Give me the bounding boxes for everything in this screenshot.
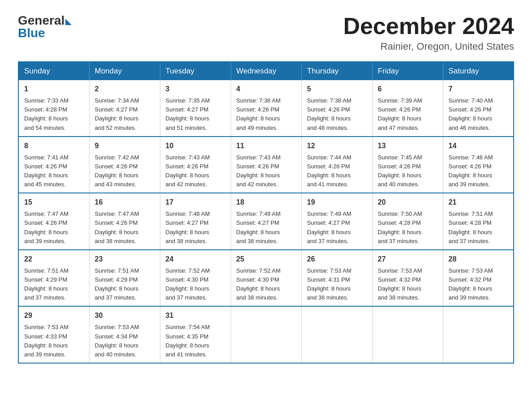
day-info: Sunrise: 7:53 AMSunset: 4:32 PMDaylight:… (378, 266, 438, 303)
day-number: 29 (24, 310, 84, 321)
day-number: 18 (236, 197, 296, 208)
table-row: 19Sunrise: 7:49 AMSunset: 4:27 PMDayligh… (301, 193, 372, 250)
day-number: 8 (24, 141, 84, 151)
day-info: Sunrise: 7:54 AMSunset: 4:35 PMDaylight:… (166, 323, 225, 359)
day-info: Sunrise: 7:50 AMSunset: 4:28 PMDaylight:… (378, 210, 438, 246)
table-row: 10Sunrise: 7:43 AMSunset: 4:26 PMDayligh… (160, 137, 231, 193)
day-number: 27 (378, 254, 438, 265)
table-row: 29Sunrise: 7:53 AMSunset: 4:33 PMDayligh… (18, 306, 89, 363)
day-info: Sunrise: 7:34 AMSunset: 4:27 PMDaylight:… (95, 96, 154, 133)
day-info: Sunrise: 7:42 AMSunset: 4:26 PMDaylight:… (95, 153, 154, 189)
col-wednesday: Wednesday (231, 62, 301, 80)
table-row: 25Sunrise: 7:52 AMSunset: 4:30 PMDayligh… (231, 250, 301, 307)
day-info: Sunrise: 7:49 AMSunset: 4:27 PMDaylight:… (307, 210, 367, 246)
col-tuesday: Tuesday (160, 62, 231, 80)
table-row: 13Sunrise: 7:45 AMSunset: 4:26 PMDayligh… (372, 137, 443, 193)
logo-arrow-icon (65, 19, 72, 25)
table-row: 27Sunrise: 7:53 AMSunset: 4:32 PMDayligh… (372, 250, 443, 307)
table-row: 20Sunrise: 7:50 AMSunset: 4:28 PMDayligh… (372, 193, 443, 250)
table-row (231, 306, 301, 363)
day-info: Sunrise: 7:51 AMSunset: 4:29 PMDaylight:… (24, 266, 84, 303)
day-number: 14 (449, 141, 508, 151)
table-row: 1Sunrise: 7:33 AMSunset: 4:28 PMDaylight… (18, 80, 89, 137)
day-number: 2 (95, 84, 154, 94)
table-row (301, 306, 372, 363)
table-row (443, 306, 514, 363)
day-number: 19 (307, 197, 367, 208)
table-row: 18Sunrise: 7:49 AMSunset: 4:27 PMDayligh… (231, 193, 301, 250)
day-info: Sunrise: 7:47 AMSunset: 4:26 PMDaylight:… (95, 210, 154, 246)
day-info: Sunrise: 7:33 AMSunset: 4:28 PMDaylight:… (24, 96, 84, 133)
table-row: 6Sunrise: 7:39 AMSunset: 4:26 PMDaylight… (372, 80, 443, 137)
table-row: 24Sunrise: 7:52 AMSunset: 4:30 PMDayligh… (160, 250, 231, 307)
day-info: Sunrise: 7:36 AMSunset: 4:26 PMDaylight:… (236, 96, 296, 133)
day-info: Sunrise: 7:43 AMSunset: 4:26 PMDaylight:… (166, 153, 225, 189)
day-number: 15 (24, 197, 84, 208)
day-number: 30 (95, 310, 154, 321)
table-row: 16Sunrise: 7:47 AMSunset: 4:26 PMDayligh… (89, 193, 160, 250)
table-row: 31Sunrise: 7:54 AMSunset: 4:35 PMDayligh… (160, 306, 231, 363)
day-number: 10 (166, 141, 225, 151)
day-info: Sunrise: 7:46 AMSunset: 4:26 PMDaylight:… (449, 153, 508, 189)
day-info: Sunrise: 7:51 AMSunset: 4:29 PMDaylight:… (95, 266, 154, 303)
day-number: 5 (307, 84, 367, 94)
day-info: Sunrise: 7:53 AMSunset: 4:32 PMDaylight:… (449, 266, 508, 303)
col-friday: Friday (372, 62, 443, 80)
day-number: 13 (378, 141, 438, 151)
table-row: 14Sunrise: 7:46 AMSunset: 4:26 PMDayligh… (443, 137, 514, 193)
table-row: 15Sunrise: 7:47 AMSunset: 4:26 PMDayligh… (18, 193, 89, 250)
table-row: 3Sunrise: 7:35 AMSunset: 4:27 PMDaylight… (160, 80, 231, 137)
day-info: Sunrise: 7:43 AMSunset: 4:26 PMDaylight:… (236, 153, 296, 189)
day-number: 6 (378, 84, 438, 94)
day-number: 26 (307, 254, 367, 265)
day-info: Sunrise: 7:40 AMSunset: 4:26 PMDaylight:… (449, 96, 508, 133)
table-row: 28Sunrise: 7:53 AMSunset: 4:32 PMDayligh… (443, 250, 514, 307)
table-row: 21Sunrise: 7:51 AMSunset: 4:28 PMDayligh… (443, 193, 514, 250)
calendar-week-row: 29Sunrise: 7:53 AMSunset: 4:33 PMDayligh… (18, 306, 514, 363)
table-row: 4Sunrise: 7:36 AMSunset: 4:26 PMDaylight… (231, 80, 301, 137)
day-info: Sunrise: 7:53 AMSunset: 4:34 PMDaylight:… (95, 323, 154, 359)
header: General Blue December 2024 Rainier, Oreg… (18, 13, 514, 52)
table-row: 12Sunrise: 7:44 AMSunset: 4:26 PMDayligh… (301, 137, 372, 193)
day-number: 9 (95, 141, 154, 151)
logo: General Blue (18, 13, 72, 40)
day-number: 17 (166, 197, 225, 208)
col-monday: Monday (89, 62, 160, 80)
calendar-week-row: 22Sunrise: 7:51 AMSunset: 4:29 PMDayligh… (18, 250, 514, 307)
day-number: 16 (95, 197, 154, 208)
day-info: Sunrise: 7:53 AMSunset: 4:33 PMDaylight:… (24, 323, 84, 359)
day-number: 21 (449, 197, 508, 208)
day-number: 24 (166, 254, 225, 265)
table-row: 17Sunrise: 7:48 AMSunset: 4:27 PMDayligh… (160, 193, 231, 250)
title-area: December 2024 Rainier, Oregon, United St… (343, 13, 514, 52)
month-title: December 2024 (343, 13, 514, 39)
header-row: Sunday Monday Tuesday Wednesday Thursday… (18, 62, 514, 80)
table-row: 26Sunrise: 7:53 AMSunset: 4:31 PMDayligh… (301, 250, 372, 307)
day-number: 22 (24, 254, 84, 265)
day-number: 11 (236, 141, 296, 151)
day-number: 7 (449, 84, 508, 94)
table-row: 11Sunrise: 7:43 AMSunset: 4:26 PMDayligh… (231, 137, 301, 193)
col-thursday: Thursday (301, 62, 372, 80)
calendar-week-row: 15Sunrise: 7:47 AMSunset: 4:26 PMDayligh… (18, 193, 514, 250)
day-info: Sunrise: 7:52 AMSunset: 4:30 PMDaylight:… (236, 266, 296, 303)
table-row: 9Sunrise: 7:42 AMSunset: 4:26 PMDaylight… (89, 137, 160, 193)
day-info: Sunrise: 7:44 AMSunset: 4:26 PMDaylight:… (307, 153, 367, 189)
day-number: 1 (24, 84, 84, 94)
day-number: 28 (449, 254, 508, 265)
table-row: 7Sunrise: 7:40 AMSunset: 4:26 PMDaylight… (443, 80, 514, 137)
table-row: 8Sunrise: 7:41 AMSunset: 4:26 PMDaylight… (18, 137, 89, 193)
location-subtitle: Rainier, Oregon, United States (343, 41, 514, 52)
day-info: Sunrise: 7:38 AMSunset: 4:26 PMDaylight:… (307, 96, 367, 133)
day-number: 31 (166, 310, 225, 321)
day-number: 23 (95, 254, 154, 265)
day-number: 25 (236, 254, 296, 265)
day-info: Sunrise: 7:52 AMSunset: 4:30 PMDaylight:… (166, 266, 225, 303)
table-row: 23Sunrise: 7:51 AMSunset: 4:29 PMDayligh… (89, 250, 160, 307)
day-number: 20 (378, 197, 438, 208)
logo-blue-text: Blue (18, 26, 45, 40)
calendar-week-row: 8Sunrise: 7:41 AMSunset: 4:26 PMDaylight… (18, 137, 514, 193)
day-info: Sunrise: 7:53 AMSunset: 4:31 PMDaylight:… (307, 266, 367, 303)
day-info: Sunrise: 7:45 AMSunset: 4:26 PMDaylight:… (378, 153, 438, 189)
table-row: 5Sunrise: 7:38 AMSunset: 4:26 PMDaylight… (301, 80, 372, 137)
